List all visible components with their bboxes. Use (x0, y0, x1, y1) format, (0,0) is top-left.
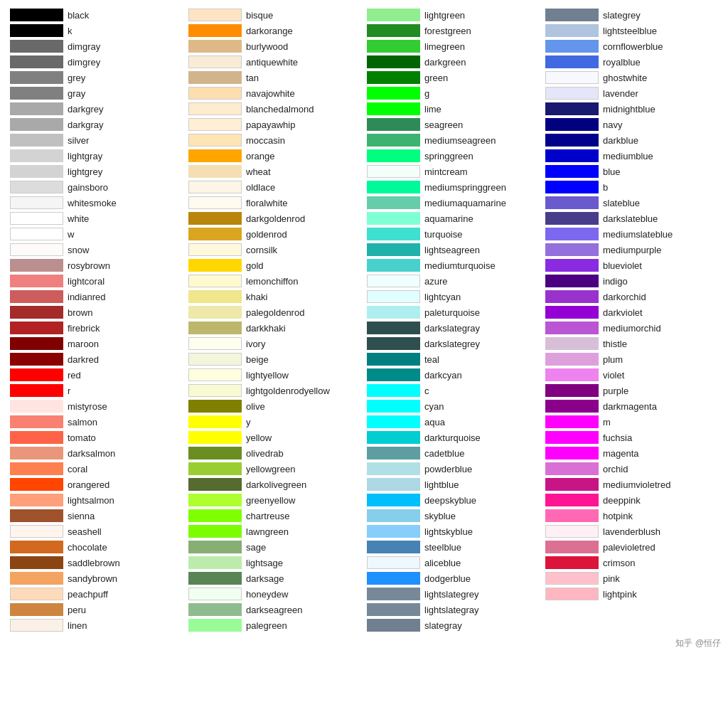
color-name-label: peru (68, 605, 86, 615)
column-2: lightgreenforestgreenlimegreendarkgreeng… (364, 7, 542, 633)
color-swatch (188, 243, 242, 256)
color-swatch (188, 71, 242, 84)
color-swatch (188, 228, 242, 240)
color-swatch (545, 509, 599, 522)
color-row: steelblue (364, 539, 542, 555)
color-row: darkmagenta (542, 398, 721, 414)
color-swatch (545, 9, 599, 21)
color-row: olivedrab (186, 445, 364, 461)
color-name-label: purple (603, 386, 628, 396)
color-name-label: darkslategray (424, 323, 480, 334)
color-name-label: tomato (68, 432, 96, 443)
color-name-label: moccasin (246, 135, 285, 146)
color-swatch (188, 494, 242, 506)
color-swatch (188, 431, 242, 444)
color-swatch (188, 368, 242, 381)
color-swatch (367, 259, 420, 272)
color-name-label: lightsalmon (68, 495, 114, 506)
color-row: darkgreen (364, 54, 542, 70)
color-row: lemonchiffon (186, 273, 364, 289)
color-swatch (545, 368, 599, 381)
color-row: darkgray (7, 117, 186, 132)
color-row: forestgreen (364, 23, 542, 38)
color-name-label: wheat (246, 166, 271, 177)
color-row: sandybrown (7, 570, 186, 586)
color-name-label: greenyellow (246, 495, 295, 506)
color-name-label: salmon (68, 417, 97, 427)
color-row: yellowgreen (186, 461, 364, 477)
color-name-label: gray (68, 88, 85, 99)
color-row: darkslategray (364, 320, 542, 336)
color-swatch (10, 275, 63, 287)
color-row: pink (542, 570, 721, 586)
color-swatch (10, 290, 63, 303)
color-swatch (188, 196, 242, 209)
color-swatch (545, 40, 599, 53)
color-swatch (545, 196, 599, 209)
color-name-label: darkgray (68, 120, 104, 130)
color-name-label: cadetblue (424, 448, 464, 459)
color-name-label: orchid (603, 464, 628, 474)
color-row: lightskyblue (364, 524, 542, 539)
color-name-label: powderblue (424, 464, 472, 474)
color-row: gainsboro (7, 179, 186, 195)
color-swatch (10, 243, 63, 256)
color-name-label: lightcyan (424, 292, 461, 302)
color-swatch (10, 24, 63, 37)
color-row: slategray (364, 617, 542, 633)
color-swatch (10, 588, 63, 600)
color-name-label: honeydew (246, 589, 288, 600)
color-row: darksalmon (7, 445, 186, 461)
color-name-label: mistyrose (68, 401, 107, 412)
color-name-label: darkgrey (68, 104, 104, 115)
color-row: orange (186, 148, 364, 164)
color-name-label: steelblue (424, 542, 461, 553)
color-swatch (367, 478, 420, 491)
color-row: lightyellow (186, 367, 364, 383)
color-swatch (545, 243, 599, 256)
color-swatch (367, 603, 420, 616)
color-swatch (545, 384, 599, 397)
color-row: cornsilk (186, 242, 364, 257)
color-swatch (367, 102, 420, 115)
color-swatch (367, 494, 420, 506)
color-row: thistle (542, 336, 721, 351)
color-name-label: lightslategrey (424, 589, 479, 600)
color-swatch (188, 55, 242, 68)
color-name-label: seagreen (424, 120, 463, 130)
color-name-label: azure (424, 276, 448, 287)
color-name-label: darkslateblue (603, 213, 658, 224)
color-swatch (188, 212, 242, 225)
color-name-label: lightskyblue (424, 526, 473, 537)
color-row: dodgerblue (364, 570, 542, 586)
color-swatch (545, 494, 599, 506)
color-row: powderblue (364, 461, 542, 477)
color-swatch (367, 353, 420, 366)
color-name-label: aqua (424, 417, 445, 427)
color-swatch (545, 588, 599, 600)
color-name-label: navy (603, 120, 622, 130)
color-name-label: antiquewhite (246, 57, 298, 68)
color-row: greenyellow (186, 492, 364, 508)
color-swatch (10, 431, 63, 444)
color-row: indigo (542, 273, 721, 289)
color-name-label: darkseagreen (246, 605, 303, 615)
color-swatch (188, 24, 242, 37)
color-name-label: teal (424, 354, 439, 365)
color-row: mediumslateblue (542, 226, 721, 242)
color-swatch (545, 87, 599, 100)
color-swatch (545, 322, 599, 334)
color-name-label: midnightblue (603, 104, 655, 115)
color-row: hotpink (542, 508, 721, 524)
color-name-label: turquoise (424, 229, 462, 240)
color-swatch (367, 368, 420, 381)
color-name-label: darkgreen (424, 57, 466, 68)
color-swatch (10, 462, 63, 475)
color-swatch (10, 71, 63, 84)
color-row: slategrey (542, 7, 721, 23)
color-name-label: hotpink (603, 511, 633, 521)
color-name-label: dodgerblue (424, 573, 471, 584)
color-name-label: dimgrey (68, 57, 100, 68)
color-name-label: c (424, 386, 429, 396)
color-row: maroon (7, 336, 186, 351)
